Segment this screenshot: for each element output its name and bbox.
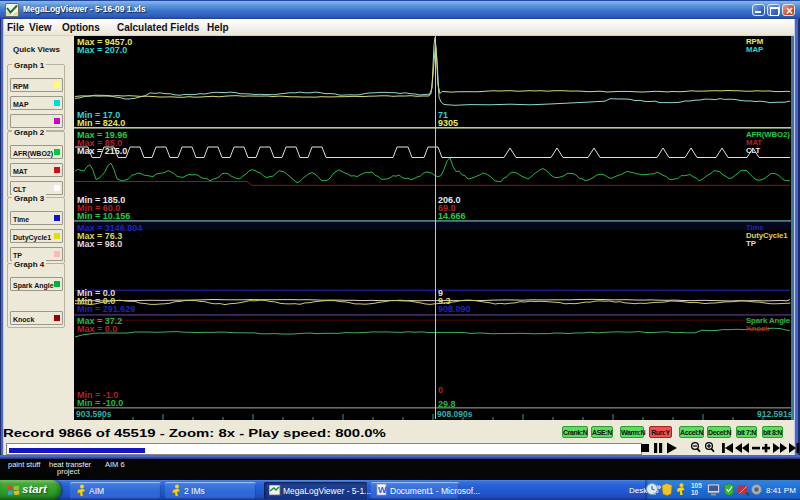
svg-text:W: W [378,485,387,495]
